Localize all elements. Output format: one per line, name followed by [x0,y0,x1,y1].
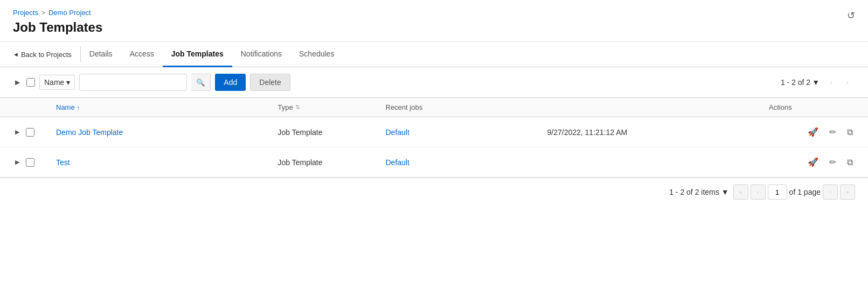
back-to-projects-label: Back to Projects [21,51,72,59]
pagination-chevron-icon: ▼ [812,78,820,87]
row2-launch-button[interactable]: 🚀 [805,155,821,169]
add-button[interactable]: Add [215,74,246,91]
edit-icon: ✏ [829,127,836,137]
pagination-nav: ‹ › [824,75,855,90]
tab-back-to-projects[interactable]: ◄ Back to Projects [13,44,80,65]
col-header-recent-jobs: Recent jobs [386,103,547,111]
tab-navigation: ◄ Back to Projects Details Access Job Te… [0,42,868,67]
filter-label: Name [44,78,64,87]
footer-items-label: 1 - 2 of 2 items [669,188,719,196]
filter-chevron-icon: ▾ [66,78,70,87]
footer-items-chevron-icon[interactable]: ▼ [721,188,729,196]
table-container: Name ↑ Type ⇅ Recent jobs Actions ▶ Demo… [0,98,868,178]
history-button[interactable]: ↺ [847,10,855,22]
copy-icon: ⧉ [847,158,853,167]
col-header-type: Type ⇅ [278,103,386,111]
col-header-name[interactable]: Name ↑ [56,103,278,111]
breadcrumb: Projects > Demo Project [13,9,855,17]
row2-checkbox[interactable] [26,158,34,167]
pagination-label: 1 - 2 of 2 [781,78,810,87]
row2-expand-button[interactable]: ▶ [13,157,22,168]
tab-schedules[interactable]: Schedules [290,42,343,67]
footer-pagination: 1 - 2 of 2 items ▼ « ‹ of 1 page › » [669,184,855,200]
select-all-checkbox[interactable] [26,78,35,87]
search-button[interactable]: 🔍 [191,74,211,91]
rocket-icon: 🚀 [808,158,818,167]
of-page-label: of 1 page [789,188,821,196]
page-title: Job Templates [13,20,855,35]
footer-items-info: 1 - 2 of 2 items ▼ [669,188,728,196]
row1-expand-button[interactable]: ▶ [13,126,22,138]
row1-type: Job Template [278,128,386,137]
tab-access[interactable]: Access [121,42,163,67]
last-page-button[interactable]: » [840,184,855,200]
breadcrumb-separator: > [41,9,45,17]
table-footer: 1 - 2 of 2 items ▼ « ‹ of 1 page › » [0,178,868,206]
row2-name-link[interactable]: Test [56,158,70,167]
row1-name-link[interactable]: Demo Job Template [56,128,123,137]
col-actions-label: Actions [769,103,792,111]
tab-notifications[interactable]: Notifications [232,42,290,67]
row2-default-link[interactable]: Default [386,158,409,167]
row2-edit-button[interactable]: ✏ [827,155,838,169]
col-header-actions: Actions [769,103,855,111]
next-page-button[interactable]: › [840,75,855,90]
tab-details[interactable]: Details [81,42,121,67]
next-page-footer-button[interactable]: › [823,184,838,200]
type-sort-handle-icon[interactable]: ⇅ [295,104,300,111]
filter-select[interactable]: Name ▾ [39,75,75,90]
expand-all-button[interactable]: ▶ [13,76,22,88]
row1-edit-button[interactable]: ✏ [827,125,838,139]
row1-launch-button[interactable]: 🚀 [805,125,821,139]
row2-controls: ▶ [13,157,56,168]
row1-actions: 🚀 ✏ ⧉ [769,125,855,139]
first-page-button[interactable]: « [733,184,748,200]
prev-page-button[interactable]: ‹ [824,75,839,90]
row1-default-link[interactable]: Default [386,128,409,137]
footer-page-nav: « ‹ of 1 page › » [733,184,855,200]
table-row: ▶ Test Job Template Default 🚀 ✏ ⧉ [0,147,868,178]
search-icon: 🔍 [196,79,205,87]
page-header: Projects > Demo Project Job Templates [0,0,868,42]
col-type-label: Type [278,103,293,111]
back-arrow-icon: ◄ [13,51,19,58]
row2-type: Job Template [278,158,386,167]
table-header: Name ↑ Type ⇅ Recent jobs Actions [0,98,868,117]
row2-copy-button[interactable]: ⧉ [845,155,855,169]
search-input[interactable] [79,74,187,91]
pagination-dropdown[interactable]: 1 - 2 of 2 ▼ [781,78,820,87]
breadcrumb-projects-link[interactable]: Projects [13,9,38,17]
row1-name: Demo Job Template [56,128,278,137]
toolbar: ▶ Name ▾ 🔍 Add Delete 1 - 2 of 2 ▼ ‹ › [0,67,868,98]
row1-copy-button[interactable]: ⧉ [845,125,855,139]
rocket-icon: 🚀 [808,127,818,137]
row1-recent-jobs: Default [386,128,547,137]
table-row: ▶ Demo Job Template Job Template Default… [0,117,868,147]
sort-asc-icon: ↑ [77,104,80,111]
row2-name: Test [56,158,278,167]
page-number-input[interactable] [768,184,787,200]
tab-job-templates[interactable]: Job Templates [163,42,232,67]
copy-icon: ⧉ [847,127,853,137]
row2-actions: 🚀 ✏ ⧉ [769,155,855,169]
delete-button[interactable]: Delete [250,74,290,91]
pagination-info: 1 - 2 of 2 ▼ [781,78,820,87]
row1-controls: ▶ [13,126,56,138]
prev-page-footer-button[interactable]: ‹ [751,184,766,200]
breadcrumb-demo-project-link[interactable]: Demo Project [48,9,91,17]
edit-icon: ✏ [829,158,836,167]
row1-timestamp: 9/27/2022, 11:21:12 AM [547,128,769,137]
col-recent-jobs-label: Recent jobs [386,103,423,111]
row2-recent-jobs: Default [386,158,547,167]
row1-checkbox[interactable] [26,128,34,137]
col-name-label: Name [56,103,75,111]
